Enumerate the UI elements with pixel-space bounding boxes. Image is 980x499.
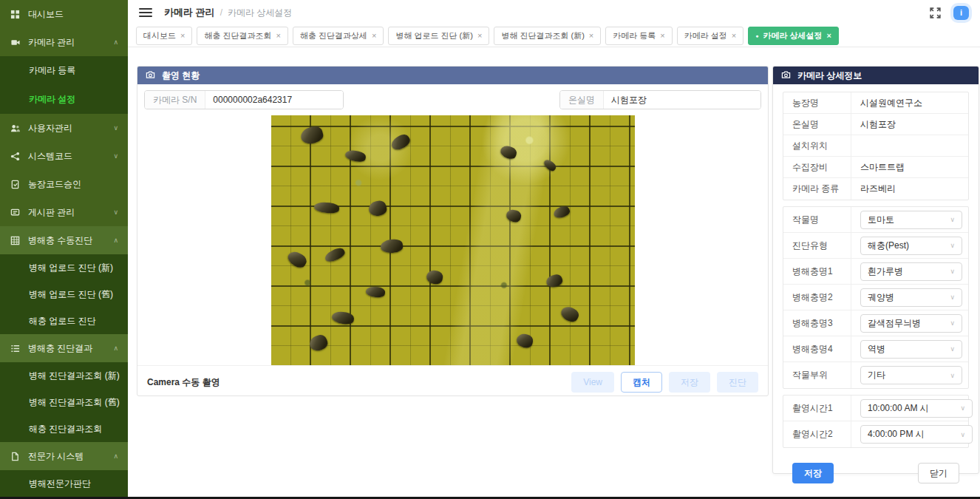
close-icon[interactable]: × (180, 32, 185, 40)
save-settings-button[interactable]: 저장 (792, 463, 834, 483)
chevron-down-icon: ∨ (950, 293, 955, 301)
breadcrumb-section[interactable]: 카메라 관리 (164, 6, 215, 19)
greenhouse-input[interactable] (604, 91, 760, 109)
fullscreen-icon[interactable] (929, 7, 942, 19)
close-icon[interactable]: × (477, 32, 482, 40)
tab-dashboard[interactable]: 대시보드 × (136, 27, 192, 45)
camera-detail-panel: 카메라 상세정보 농장명 시설원예연구소 온실명 시험포장 설치위치 (772, 66, 979, 474)
tab-pest-result-list[interactable]: 해충 진단결과조회 × (197, 27, 288, 45)
sidebar-item-diagnosis-results[interactable]: 병해충 진단결과 ∧ (0, 334, 128, 362)
insect (389, 132, 412, 153)
capture-time-1-select[interactable]: 10:00:00 AM 시 ∨ (860, 399, 973, 418)
sidebar-label: 농장코드승인 (28, 178, 81, 191)
users-icon (10, 123, 21, 133)
insect (559, 305, 580, 324)
close-icon[interactable]: × (372, 32, 376, 40)
diagnosis-type-select[interactable]: 해충(Pest) ∨ (860, 237, 962, 255)
menu-icon[interactable] (139, 8, 152, 18)
sidebar-item-disease-result-new[interactable]: 병해 진단결과조회 (新) (0, 362, 128, 389)
diagnose-button[interactable]: 진단 (717, 372, 758, 393)
table-row: 작물부위 기타 ∨ (783, 362, 968, 388)
chat-info-icon[interactable]: i (953, 6, 969, 20)
capture-button[interactable]: 캡처 (621, 372, 662, 393)
topbar-actions: i (929, 6, 969, 20)
sidebar-item-camera-management[interactable]: 카메라 관리 ∧ (0, 28, 128, 56)
sidebar-item-camera-register[interactable]: 카메라 등록 (0, 56, 128, 85)
chevron-down-icon: ∨ (113, 124, 118, 132)
tab-camera-settings[interactable]: 카메라 설정 × (677, 27, 744, 45)
select-value: 궤양병 (868, 291, 894, 304)
row-label: 농장명 (783, 92, 851, 113)
select-value: 갈색점무늬병 (868, 317, 921, 330)
chevron-down-icon: ∨ (960, 404, 965, 412)
topbar: 카메라 관리 / 카메라 상세설정 i (128, 0, 980, 25)
insect (365, 286, 385, 298)
pest-name-1-select[interactable]: 흰가루병 ∨ (860, 262, 962, 281)
insect (380, 239, 403, 254)
crop-part-select[interactable]: 기타 ∨ (860, 366, 962, 384)
chevron-down-icon: ∨ (950, 319, 955, 327)
sidebar-item-system-code[interactable]: 시스템코드 ∨ (0, 142, 128, 170)
sidebar-item-camera-settings[interactable]: 카메라 설정 (0, 85, 128, 114)
sidebar-item-expert-system[interactable]: 전문가 시스템 ∧ (0, 442, 128, 470)
close-icon[interactable]: × (732, 32, 736, 40)
select-value: 역병 (868, 343, 885, 356)
row-label: 작물부위 (783, 362, 851, 388)
sidebar-item-manual-diagnosis[interactable]: 병해충 수동진단 ∧ (0, 226, 128, 254)
pest-name-2-select[interactable]: 궤양병 ∨ (860, 288, 962, 307)
tab-camera-register[interactable]: 카메라 등록 × (605, 27, 673, 45)
sidebar-item-farm-code-approval[interactable]: 농장코드승인 (0, 170, 128, 198)
sidebar-label: 병해 진단결과조회 (舊) (29, 396, 120, 409)
detail-body: 농장명 시설원예연구소 온실명 시험포장 설치위치 수집장비 (773, 84, 979, 483)
crop-name-select[interactable]: 토마토 ∨ (860, 211, 962, 229)
sidebar-item-disease-result-old[interactable]: 병해 진단결과조회 (舊) (0, 389, 128, 415)
trap-image-wrap (137, 113, 768, 365)
row-value: 시설원예연구소 (851, 92, 968, 113)
close-panel-button[interactable]: 닫기 (918, 463, 959, 483)
insect (313, 202, 339, 214)
chevron-down-icon: ∨ (113, 152, 118, 160)
camera-sn-input[interactable] (205, 91, 343, 109)
sidebar-item-pest-result[interactable]: 해충 진단결과조회 (0, 415, 128, 442)
main-area: 카메라 관리 / 카메라 상세설정 i 대시보드 × (128, 0, 980, 499)
close-icon[interactable]: × (660, 32, 664, 40)
chevron-up-icon: ∧ (113, 237, 118, 244)
chevron-up-icon: ∧ (113, 452, 118, 460)
tab-pest-result-detail[interactable]: 해충 진단결과상세 × (293, 27, 384, 45)
pest-name-4-select[interactable]: 역병 ∨ (860, 340, 962, 359)
view-button[interactable]: View (571, 372, 614, 393)
sidebar-item-dashboard[interactable]: 대시보드 (0, 0, 128, 28)
insect (331, 310, 355, 325)
close-icon[interactable]: × (827, 32, 831, 40)
row-label: 병해충명3 (783, 310, 851, 336)
insect (425, 269, 443, 285)
chevron-down-icon: ∨ (950, 268, 955, 275)
tab-disease-result-new[interactable]: 병해 진단결과조회 (新) × (494, 27, 601, 45)
breadcrumb-separator: / (220, 7, 222, 18)
tab-disease-upload-new[interactable]: 병해 업로드 진단 (新) × (388, 27, 489, 45)
table-row: 촬영시간1 10:00:00 AM 시 ∨ (783, 396, 968, 421)
insect (323, 246, 346, 265)
table-row: 병해충명2 궤양병 ∨ (783, 285, 968, 310)
save-capture-button[interactable]: 저장 (669, 372, 710, 393)
tab-camera-detail-settings[interactable]: ● 카메라 상세설정 × (748, 27, 839, 45)
camera-icon (146, 70, 155, 81)
table-row: 병해충명3 갈색점무늬병 ∨ (783, 310, 968, 336)
sidebar-item-disease-upload-old[interactable]: 병해 업로드 진단 (舊) (0, 281, 128, 308)
sidebar-item-board-management[interactable]: 게시판 관리 ∨ (0, 198, 128, 226)
sidebar-item-user-management[interactable]: 사용자관리 ∨ (0, 114, 128, 142)
chevron-up-icon: ∧ (113, 38, 118, 46)
sidebar-item-pest-upload[interactable]: 해충 업로드 진단 (0, 308, 128, 334)
dashboard-icon (10, 10, 21, 19)
pest-name-3-select[interactable]: 갈색점무늬병 ∨ (860, 314, 962, 333)
camera-sn-label: 카메라 S/N (145, 91, 205, 109)
sidebar-item-disease-upload-new[interactable]: 병해 업로드 진단 (新) (0, 254, 128, 281)
sidebar-item-disease-expert-judgment[interactable]: 병해전문가판단 (0, 470, 128, 497)
tab-label: 해충 진단결과조회 (204, 30, 271, 41)
close-icon[interactable]: × (276, 32, 281, 40)
greenhouse-group: 온실명 (559, 90, 761, 109)
chevron-up-icon: ∧ (113, 344, 118, 352)
camera-icon (781, 70, 791, 81)
close-icon[interactable]: × (589, 32, 593, 40)
capture-time-2-select[interactable]: 4:00:00 PM 시 ∨ (860, 425, 973, 444)
